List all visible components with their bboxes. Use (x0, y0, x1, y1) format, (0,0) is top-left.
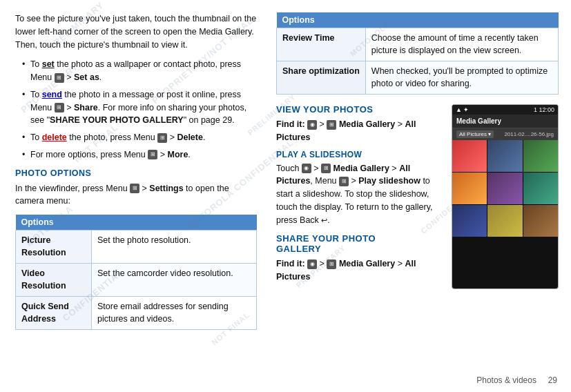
phone-screenshot: ▲ ✦ 1 12:00 Media Gallery All Pictures ▾… (452, 104, 559, 289)
bullet-delete: To delete the photo, press Menu ⊞ > Dele… (22, 131, 257, 144)
play-slideshow-text: Touch ◉ > ⊞ Media Gallery > All Pictures… (276, 162, 445, 227)
row-label: VideoResolution (16, 264, 92, 297)
menu-icon-6: ⊞ (339, 177, 349, 186)
camera-icon: ◉ (307, 120, 317, 130)
photo-cell-3 (523, 140, 558, 172)
photo-options-desc: In the viewfinder, press Menu ⊞ > Settin… (15, 182, 257, 208)
row-desc: Store email addresses for sending pictur… (92, 297, 257, 330)
play-slideshow-heading: PLAY A SLIDESHOW (276, 150, 445, 159)
right-options-header: Options (277, 12, 559, 28)
photo-cell-7 (452, 205, 487, 237)
menu-icon-4: ⊞ (148, 150, 157, 159)
bullet-list: To set the photo as a wallpaper or conta… (15, 58, 257, 161)
filename-label: 2011-02....26-56.jpg (504, 131, 554, 137)
touch-icon: ◉ (302, 164, 311, 173)
view-photos-heading: VIEW YOUR PHOTOS (276, 104, 445, 115)
row-label: Quick SendAddress (16, 297, 92, 330)
right-column: Options Review Time Choose the amount of… (269, 12, 571, 392)
camera-icon-2: ◉ (307, 259, 317, 269)
view-photos-section: VIEW YOUR PHOTOS Find it: ◉ > ⊞ Media Ga… (276, 104, 559, 289)
view-photos-text: VIEW YOUR PHOTOS Find it: ◉ > ⊞ Media Ga… (276, 104, 445, 289)
photo-cell-6 (523, 173, 558, 204)
left-column: To see the picture you've just taken, to… (0, 12, 269, 392)
row-label: Share optimization (277, 61, 366, 95)
gallery-icon: ⊞ (327, 120, 336, 130)
row-label: PictureResolution (16, 231, 92, 264)
keyword-send: send (42, 90, 62, 99)
bullet-set: To set the photo as a wallpaper or conta… (22, 58, 257, 84)
photo-cell-9 (523, 205, 558, 237)
row-desc: When checked, you'll be prompted to opti… (365, 61, 558, 95)
row-desc: Set the camcorder video resolution. (92, 264, 257, 297)
table-row: Quick SendAddress Store email addresses … (16, 297, 257, 330)
phone-status-bar: ▲ ✦ 1 12:00 (452, 105, 558, 115)
keyword-delete: delete (42, 133, 67, 142)
gallery-icon-2: ⊞ (321, 164, 331, 173)
menu-icon-2: ⊞ (55, 103, 64, 112)
table-row: VideoResolution Set the camcorder video … (16, 264, 257, 297)
photo-cell-8 (487, 205, 522, 237)
menu-icon-1: ⊞ (55, 73, 64, 83)
share-photo-heading: SHARE YOUR PHOTOGALLERY (276, 233, 445, 254)
bullet-send: To send the photo in a message or post i… (22, 88, 257, 127)
intro-paragraph: To see the picture you've just taken, to… (15, 12, 257, 51)
all-pictures-dropdown[interactable]: All Pictures ▾ (456, 130, 494, 138)
table-row: Review Time Choose the amount of time a … (277, 28, 559, 61)
photo-grid (452, 140, 558, 237)
footer-section: Photos & videos (476, 375, 536, 385)
row-desc: Choose the amount of time a recently tak… (365, 28, 558, 61)
back-icon: ↩ (321, 215, 327, 226)
page-footer: Photos & videos 29 (476, 375, 557, 385)
row-label: Review Time (277, 28, 366, 61)
photo-options-heading: PHOTO OPTIONS (15, 168, 257, 178)
page-number: 29 (548, 375, 557, 385)
find-it-text: Find it: ◉ > ⊞ Media Gallery > All Pictu… (276, 118, 445, 144)
gallery-icon-3: ⊞ (327, 259, 336, 269)
right-options-table: Options Review Time Choose the amount of… (276, 12, 559, 95)
keyword-set: set (42, 59, 55, 69)
phone-gallery-bar: All Pictures ▾ 2011-02....26-56.jpg (452, 128, 558, 140)
bullet-more: For more options, press Menu ⊞ > More. (22, 148, 257, 161)
share-find-it-text: Find it: ◉ > ⊞ Media Gallery > All Pictu… (276, 257, 445, 284)
battery-time: 1 12:00 (534, 106, 554, 113)
photo-cell-2 (487, 140, 522, 172)
left-options-table: Options PictureResolution Set the photo … (15, 215, 257, 330)
left-options-header: Options (16, 215, 257, 231)
photo-cell-5 (487, 173, 522, 204)
phone-app-header: Media Gallery (452, 115, 558, 128)
table-row: PictureResolution Set the photo resoluti… (16, 231, 257, 264)
photo-cell-1 (452, 140, 487, 172)
table-row: Share optimization When checked, you'll … (277, 61, 559, 95)
signal-icon: ▲ ✦ (456, 106, 469, 113)
row-desc: Set the photo resolution. (92, 231, 257, 264)
photo-cell-4 (452, 173, 487, 204)
menu-icon-5: ⊞ (130, 184, 139, 193)
menu-icon-3: ⊞ (157, 133, 167, 143)
